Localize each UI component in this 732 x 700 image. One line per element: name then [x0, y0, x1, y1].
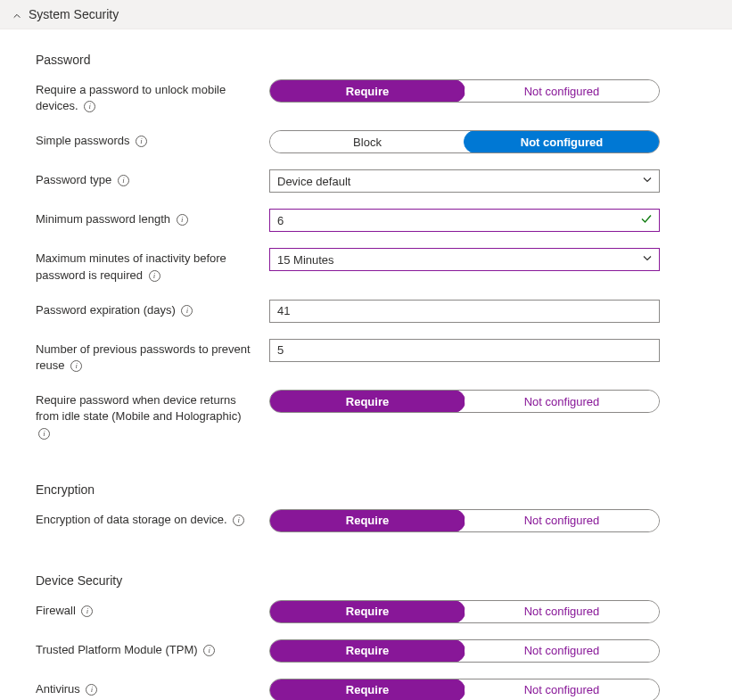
toggle-require[interactable]: Require: [269, 679, 465, 700]
tpm-toggle[interactable]: Require Not configured: [269, 639, 660, 663]
simple-passwords-toggle[interactable]: Block Not configured: [269, 130, 660, 153]
info-icon[interactable]: [81, 605, 93, 617]
toggle-require[interactable]: Require: [269, 79, 465, 103]
password-type-value: Device default: [277, 175, 350, 188]
require-password-unlock-label: Require a password to unlock mobile devi…: [36, 79, 259, 114]
info-icon[interactable]: [84, 101, 95, 112]
toggle-require[interactable]: Require: [269, 390, 465, 413]
tpm-label: Trusted Platform Module (TPM): [36, 639, 259, 658]
toggle-require[interactable]: Require: [269, 600, 465, 623]
info-icon[interactable]: [181, 305, 193, 317]
antivirus-label: Antivirus: [36, 679, 259, 697]
info-icon[interactable]: [70, 360, 82, 372]
password-type-label: Password type: [36, 169, 259, 188]
toggle-not-configured[interactable]: Not configured: [465, 601, 659, 622]
password-expiration-label: Password expiration (days): [36, 300, 259, 318]
max-inactivity-select[interactable]: 15 Minutes: [269, 248, 660, 271]
toggle-not-configured[interactable]: Not configured: [465, 80, 659, 102]
toggle-block[interactable]: Block: [270, 131, 465, 152]
toggle-require[interactable]: Require: [269, 639, 465, 663]
antivirus-toggle[interactable]: Require Not configured: [269, 679, 660, 700]
info-icon[interactable]: [136, 136, 147, 147]
require-password-idle-toggle[interactable]: Require Not configured: [269, 390, 660, 413]
prev-passwords-input[interactable]: [269, 339, 660, 362]
info-icon[interactable]: [177, 214, 188, 226]
simple-passwords-label: Simple passwords: [36, 130, 259, 149]
section-title: System Security: [29, 7, 119, 21]
toggle-not-configured[interactable]: Not configured: [464, 130, 660, 153]
encryption-storage-toggle[interactable]: Require Not configured: [269, 509, 660, 532]
info-icon[interactable]: [118, 175, 129, 186]
toggle-not-configured[interactable]: Not configured: [465, 679, 659, 700]
max-inactivity-value: 15 Minutes: [277, 253, 334, 267]
min-password-length-label: Minimum password length: [36, 209, 259, 227]
encryption-storage-label: Encryption of data storage on device.: [36, 509, 259, 528]
require-password-idle-label: Require password when device returns fro…: [36, 390, 259, 441]
require-password-unlock-toggle[interactable]: Require Not configured: [269, 79, 660, 103]
chevron-up-icon: [12, 10, 21, 19]
password-section-title: Password: [36, 53, 718, 67]
encryption-section-title: Encryption: [36, 482, 718, 497]
toggle-not-configured[interactable]: Not configured: [465, 510, 659, 531]
info-icon[interactable]: [203, 645, 215, 656]
firewall-label: Firewall: [36, 600, 259, 619]
toggle-require[interactable]: Require: [269, 509, 465, 532]
max-inactivity-label: Maximum minutes of inactivity before pas…: [36, 248, 259, 283]
info-icon[interactable]: [149, 270, 160, 282]
info-icon[interactable]: [38, 428, 50, 440]
info-icon[interactable]: [86, 684, 97, 696]
firewall-toggle[interactable]: Require Not configured: [269, 600, 660, 623]
toggle-not-configured[interactable]: Not configured: [465, 640, 659, 662]
password-type-select[interactable]: Device default: [269, 169, 660, 193]
device-security-section-title: Device Security: [36, 573, 718, 588]
section-header[interactable]: System Security: [0, 0, 732, 29]
min-password-length-input[interactable]: [269, 209, 660, 232]
toggle-not-configured[interactable]: Not configured: [465, 391, 659, 412]
password-expiration-input[interactable]: [269, 300, 660, 323]
prev-passwords-label: Number of previous passwords to prevent …: [36, 339, 259, 374]
info-icon[interactable]: [233, 515, 244, 526]
